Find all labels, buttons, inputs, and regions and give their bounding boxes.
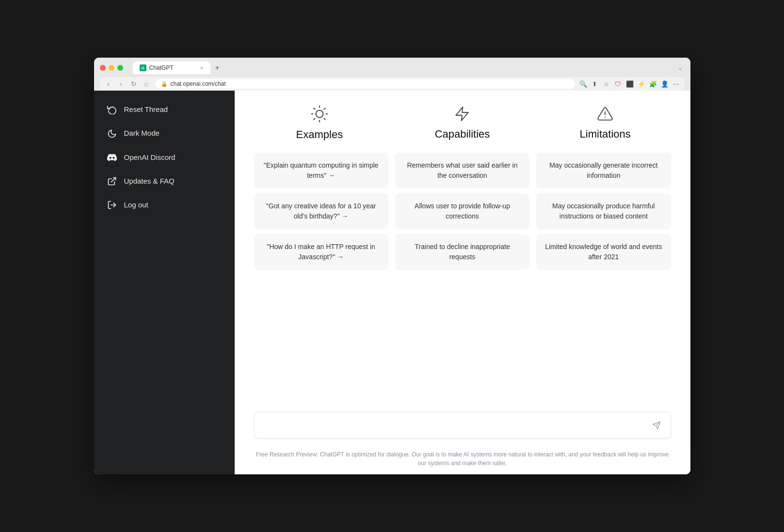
moon-icon xyxy=(107,128,117,138)
bookmark-icon[interactable]: ☆ xyxy=(602,79,611,88)
reset-icon xyxy=(107,104,117,114)
svg-line-10 xyxy=(324,108,325,109)
nav-controls: ‹ › ↻ ⌂ xyxy=(104,80,151,88)
person-icon[interactable]: 👤 xyxy=(660,79,669,88)
sidebar-item-label-reset-thread: Reset Thread xyxy=(124,105,168,113)
tab-title: ChatGPT xyxy=(149,64,174,71)
column-header-examples: Examples xyxy=(254,105,385,141)
active-tab[interactable]: G ChatGPT × xyxy=(133,62,210,74)
send-button[interactable] xyxy=(650,418,663,432)
footer-text: Free Research Preview: ChatGPT is optimi… xyxy=(235,446,690,474)
close-window-button[interactable] xyxy=(100,65,106,71)
example-card-3[interactable]: "How do I make an HTTP request in Javasc… xyxy=(254,234,388,270)
chat-input[interactable] xyxy=(262,420,650,431)
main-content: Examples Capabilities xyxy=(235,91,690,474)
chat-area: Examples Capabilities xyxy=(235,91,690,404)
svg-line-6 xyxy=(324,119,325,120)
sidebar-item-label-dark-mode: Dark Mode xyxy=(124,129,160,137)
lock-icon: 🔒 xyxy=(161,81,168,87)
logout-icon xyxy=(107,200,117,210)
limitation-card-3: Limited knowledge of world and events af… xyxy=(536,234,671,270)
tab-bar: G ChatGPT × + xyxy=(133,62,224,74)
sidebar-item-discord[interactable]: OpenAI Discord xyxy=(100,146,229,168)
minimize-window-button[interactable] xyxy=(109,65,114,71)
browser-window: G ChatGPT × + ⌄ ‹ › ↻ ⌂ 🔒 chat.openai.co… xyxy=(94,58,690,474)
sidebar-item-dark-mode[interactable]: Dark Mode xyxy=(100,122,229,144)
sidebar-item-label-log-out: Log out xyxy=(124,201,148,209)
sidebar-item-updates-faq[interactable]: Updates & FAQ xyxy=(100,170,229,192)
puzzle-icon[interactable]: 🧩 xyxy=(649,79,657,88)
capability-card-2: Allows user to provide follow-up correct… xyxy=(395,193,529,229)
limitation-card-2: May occasionally produce harmful instruc… xyxy=(536,193,671,229)
discord-icon xyxy=(107,152,117,162)
url-text: chat.openai.com/chat xyxy=(171,80,226,87)
sidebar-item-log-out[interactable]: Log out xyxy=(100,194,229,216)
forward-button[interactable]: › xyxy=(116,80,126,88)
svg-line-5 xyxy=(314,108,315,109)
lightning-icon xyxy=(454,105,470,122)
capability-card-1: Remembers what user said earlier in the … xyxy=(395,153,529,188)
column-title-examples: Examples xyxy=(296,128,343,141)
new-tab-button[interactable]: + xyxy=(211,62,224,74)
svg-line-0 xyxy=(111,178,115,182)
window-controls-right: ⌄ xyxy=(678,64,685,71)
input-area xyxy=(235,404,690,446)
search-icon[interactable]: 🔍 xyxy=(579,79,588,88)
column-header-limitations: Limitations xyxy=(540,105,671,141)
column-header-capabilities: Capabilities xyxy=(397,105,528,141)
column-title-capabilities: Capabilities xyxy=(435,128,490,141)
svg-point-2 xyxy=(316,110,323,118)
svg-marker-11 xyxy=(456,107,469,120)
share-icon[interactable]: ⬆ xyxy=(591,79,599,88)
tab-favicon: G xyxy=(140,64,146,71)
external-link-icon xyxy=(107,176,117,186)
home-button[interactable]: ⌂ xyxy=(142,80,151,88)
svg-line-9 xyxy=(314,119,315,120)
maximize-window-button[interactable] xyxy=(117,65,123,71)
sidebar-item-reset-thread[interactable]: Reset Thread xyxy=(100,98,229,120)
address-bar[interactable]: 🔒 chat.openai.com/chat xyxy=(155,79,575,89)
reload-button[interactable]: ↻ xyxy=(129,80,139,88)
limitations-cards: May occasionally generate incorrect info… xyxy=(536,153,671,270)
examples-cards: "Explain quantum computing in simple ter… xyxy=(254,153,388,270)
shield-icon[interactable]: 🛡 xyxy=(614,79,623,88)
columns-header: Examples Capabilities xyxy=(254,105,671,141)
sidebar-item-label-updates-faq: Updates & FAQ xyxy=(124,177,175,185)
example-card-2[interactable]: "Got any creative ideas for a 10 year ol… xyxy=(254,193,388,229)
capability-card-3: Trained to decline inappropriate request… xyxy=(395,234,529,270)
more-icon[interactable]: ⋯ xyxy=(672,79,681,88)
tab-close-button[interactable]: × xyxy=(200,65,203,71)
browser-addressbar: ‹ › ↻ ⌂ 🔒 chat.openai.com/chat 🔍 ⬆ ☆ 🛡 ⬛… xyxy=(100,77,685,91)
app-container: Reset Thread Dark Mode OpenAI Discord xyxy=(94,91,690,474)
input-wrapper xyxy=(254,412,671,438)
columns-content: "Explain quantum computing in simple ter… xyxy=(254,153,671,270)
sidebar: Reset Thread Dark Mode OpenAI Discord xyxy=(94,91,235,474)
sidebar-item-label-discord: OpenAI Discord xyxy=(124,153,176,161)
lightning-toolbar-icon[interactable]: ⚡ xyxy=(637,79,646,88)
column-title-limitations: Limitations xyxy=(580,128,631,141)
warning-icon xyxy=(597,105,613,122)
limitation-card-1: May occasionally generate incorrect info… xyxy=(536,153,671,188)
example-card-1[interactable]: "Explain quantum computing in simple ter… xyxy=(254,153,388,188)
traffic-lights xyxy=(100,65,123,71)
browser-titlebar: G ChatGPT × + ⌄ xyxy=(100,62,685,74)
capabilities-cards: Remembers what user said earlier in the … xyxy=(395,153,529,270)
footer-content: Free Research Preview: ChatGPT is optimi… xyxy=(256,451,669,467)
extensions-icon[interactable]: ⬛ xyxy=(625,79,634,88)
toolbar-right: 🔍 ⬆ ☆ 🛡 ⬛ ⚡ 🧩 👤 ⋯ xyxy=(579,79,681,88)
sun-icon xyxy=(311,105,328,123)
browser-chrome: G ChatGPT × + ⌄ ‹ › ↻ ⌂ 🔒 chat.openai.co… xyxy=(94,58,690,91)
back-button[interactable]: ‹ xyxy=(104,80,113,88)
